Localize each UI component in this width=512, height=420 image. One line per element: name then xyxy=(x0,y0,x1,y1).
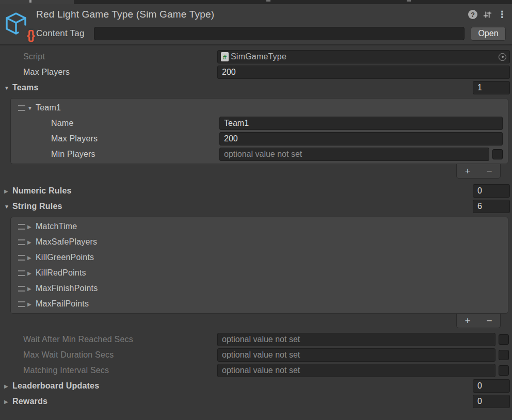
content-tag-label: Content Tag xyxy=(36,28,94,39)
numeric-rules-count-input[interactable] xyxy=(473,184,510,198)
foldout-closed-icon[interactable]: ▶ xyxy=(27,224,36,230)
numeric-rules-foldout-row[interactable]: ▶ Numeric Rules xyxy=(0,183,512,199)
teams-list-panel: ▼ Team1 Name Max Players Min Players xyxy=(10,98,508,164)
foldout-closed-icon[interactable]: ▶ xyxy=(27,255,36,261)
optional-enable-checkbox[interactable] xyxy=(499,334,509,345)
teams-label: Teams xyxy=(12,83,39,92)
presets-icon[interactable] xyxy=(483,10,492,19)
script-row: Script # SimGameType xyxy=(0,49,512,64)
string-rule-name: KillRedPoints xyxy=(36,268,86,278)
drag-handle-icon[interactable] xyxy=(18,105,25,111)
script-object-field[interactable]: # SimGameType xyxy=(217,50,510,63)
foldout-open-icon[interactable]: ▼ xyxy=(4,204,12,209)
clipped-glyph xyxy=(266,0,270,2)
team-item-header[interactable]: ▼ Team1 xyxy=(11,100,508,116)
drag-handle-icon[interactable] xyxy=(18,224,25,230)
add-item-button[interactable]: + xyxy=(461,316,473,326)
team-title: Team1 xyxy=(36,103,61,112)
script-asset-icon: {} xyxy=(4,10,33,42)
foldout-closed-icon[interactable]: ▶ xyxy=(27,301,36,307)
string-rules-count-input[interactable] xyxy=(473,200,510,213)
optional-enable-checkbox[interactable] xyxy=(499,350,509,360)
foldout-closed-icon[interactable]: ▶ xyxy=(4,383,12,389)
max-wait-duration-label: Max Wait Duration Secs xyxy=(23,350,217,360)
team-max-players-input[interactable] xyxy=(219,132,503,146)
optional-enable-checkbox[interactable] xyxy=(492,149,503,159)
drag-handle-icon[interactable] xyxy=(18,270,25,276)
add-item-button[interactable]: + xyxy=(461,166,473,176)
max-wait-duration-input[interactable] xyxy=(217,348,495,362)
string-rule-item[interactable]: ▶ KillRedPoints xyxy=(11,265,508,281)
string-rule-name: MaxSafePlayers xyxy=(36,237,97,247)
team-min-players-row: Min Players xyxy=(11,147,508,162)
drag-handle-icon[interactable] xyxy=(18,286,25,292)
drag-handle-icon[interactable] xyxy=(18,301,25,307)
component-header: {} Red Light Game Type (Sim Game Type) ? xyxy=(0,4,512,45)
remove-item-button[interactable]: − xyxy=(483,316,495,326)
string-rules-list-footer: + − xyxy=(456,314,501,328)
foldout-closed-icon[interactable]: ▶ xyxy=(4,188,12,194)
unity-inspector-window: {} Red Light Game Type (Sim Game Type) ? xyxy=(0,0,512,420)
rewards-count-input[interactable] xyxy=(473,395,510,408)
string-rule-item[interactable]: ▶ MaxFailPoints xyxy=(11,296,508,312)
team-min-players-input[interactable] xyxy=(219,148,489,161)
foldout-open-icon[interactable]: ▼ xyxy=(27,105,36,111)
header-main: Red Light Game Type (Sim Game Type) ? xyxy=(36,4,508,44)
max-players-row: Max Players xyxy=(0,64,512,80)
team-max-players-row: Max Players xyxy=(11,131,508,147)
drag-handle-icon[interactable] xyxy=(18,255,25,261)
rewards-label: Rewards xyxy=(12,397,47,406)
string-rule-item[interactable]: ▶ MaxSafePlayers xyxy=(11,234,508,250)
teams-count-input[interactable] xyxy=(473,81,510,94)
script-label: Script xyxy=(23,52,217,61)
string-rule-item[interactable]: ▶ MatchTime xyxy=(11,219,508,234)
remove-item-button[interactable]: − xyxy=(483,166,495,176)
foldout-closed-icon[interactable]: ▶ xyxy=(27,286,36,292)
optional-enable-checkbox[interactable] xyxy=(499,365,509,376)
script-object-name: SimGameType xyxy=(231,52,286,61)
wait-after-min-reached-input[interactable] xyxy=(217,333,495,346)
foldout-closed-icon[interactable]: ▶ xyxy=(27,270,36,276)
component-title: Red Light Game Type (Sim Game Type) xyxy=(36,9,214,20)
matching-interval-row: Matching Interval Secs xyxy=(0,363,512,378)
leaderboard-updates-foldout-row[interactable]: ▶ Leaderboard Updates xyxy=(0,378,512,394)
matching-interval-input[interactable] xyxy=(217,364,495,377)
rewards-foldout-row[interactable]: ▶ Rewards xyxy=(0,394,512,409)
wait-after-min-reached-row: Wait After Min Reached Secs xyxy=(0,332,512,347)
team-name-row: Name xyxy=(11,116,508,131)
wait-after-min-reached-label: Wait After Min Reached Secs xyxy=(23,335,217,344)
foldout-open-icon[interactable]: ▼ xyxy=(4,85,12,91)
max-players-label: Max Players xyxy=(23,68,217,77)
max-wait-duration-row: Max Wait Duration Secs xyxy=(0,347,512,363)
teams-foldout-row[interactable]: ▼ Teams xyxy=(0,80,512,95)
string-rule-name: MaxFailPoints xyxy=(36,299,89,309)
team-name-input[interactable] xyxy=(219,117,503,130)
string-rule-item[interactable]: ▶ KillGreenPoints xyxy=(11,250,508,265)
help-icon[interactable]: ? xyxy=(468,10,477,19)
csharp-script-icon: # xyxy=(221,52,229,61)
drag-handle-icon[interactable] xyxy=(18,239,25,245)
matching-interval-label: Matching Interval Secs xyxy=(23,366,217,375)
string-rule-name: KillGreenPoints xyxy=(36,253,94,262)
team-name-label: Name xyxy=(51,119,219,128)
team-min-players-label: Min Players xyxy=(51,150,219,159)
string-rule-name: MaxFinishPoints xyxy=(36,284,98,293)
content-tag-input[interactable] xyxy=(94,27,465,40)
team-max-players-label: Max Players xyxy=(51,134,219,143)
string-rule-name: MatchTime xyxy=(36,222,77,231)
string-rules-foldout-row[interactable]: ▼ String Rules xyxy=(0,199,512,214)
max-players-input[interactable] xyxy=(217,66,510,79)
foldout-closed-icon[interactable]: ▶ xyxy=(4,399,12,405)
object-picker-icon[interactable] xyxy=(499,53,506,61)
foldout-closed-icon[interactable]: ▶ xyxy=(27,239,36,245)
kebab-menu-icon[interactable]: ⋮ xyxy=(498,10,507,19)
leaderboard-updates-count-input[interactable] xyxy=(473,379,510,393)
clipped-glyph xyxy=(29,0,31,3)
clipped-row-above xyxy=(0,0,512,4)
leaderboard-updates-label: Leaderboard Updates xyxy=(12,381,99,391)
teams-list-footer: + − xyxy=(456,164,501,179)
braces-icon: {} xyxy=(27,29,34,41)
cube-icon xyxy=(4,11,29,37)
open-button[interactable]: Open xyxy=(471,27,506,41)
string-rule-item[interactable]: ▶ MaxFinishPoints xyxy=(11,281,508,296)
